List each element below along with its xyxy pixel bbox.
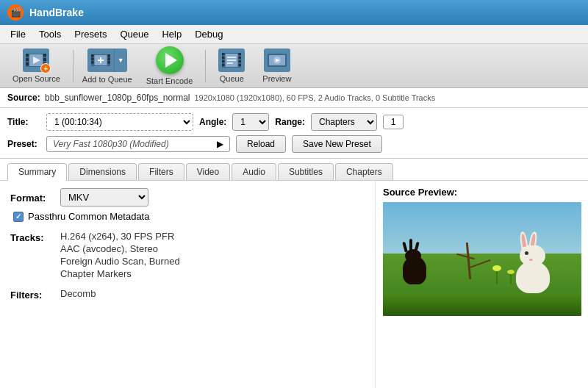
menu-help[interactable]: Help [156, 27, 187, 41]
title-select[interactable]: 1 (00:10:34) [46, 113, 193, 131]
filters-value: Decomb [60, 288, 96, 299]
tab-filters[interactable]: Filters [138, 163, 184, 180]
add-queue-dropdown-arrow[interactable]: ▼ [114, 48, 127, 72]
preset-arrow-icon: ▶ [217, 139, 223, 149]
track-item-2: Foreign Audio Scan, Burned [60, 256, 180, 267]
svg-rect-25 [239, 57, 242, 59]
chapter-start-input[interactable] [383, 115, 404, 129]
source-preview-image [383, 202, 581, 316]
tabs-section: Summary Dimensions Filters Video Audio S… [0, 159, 588, 181]
ground [383, 293, 581, 316]
svg-rect-24 [239, 53, 242, 55]
toolbar: + Open Source ▼ [0, 44, 588, 88]
angle-label: Angle: [199, 117, 226, 127]
start-encode-label: Start Encode [146, 76, 193, 85]
menu-bar: File Tools Presets Queue Help Debug [0, 25, 588, 44]
toolbar-divider-1 [73, 50, 74, 82]
svg-rect-4 [43, 54, 46, 57]
play-arrow-icon [165, 53, 177, 68]
queue-button[interactable]: Queue [212, 45, 251, 87]
bunny [510, 234, 562, 293]
range-select[interactable]: Chapters [311, 113, 377, 131]
svg-rect-1 [26, 54, 29, 57]
preset-label: Preset: [7, 139, 40, 149]
passthru-checkbox[interactable]: ✓ [13, 212, 24, 222]
svg-rect-12 [91, 61, 94, 64]
svg-rect-27 [239, 64, 242, 66]
tab-dimensions[interactable]: Dimensions [68, 163, 137, 180]
preview-icon [264, 48, 290, 72]
open-source-icon: + [23, 48, 49, 72]
tracks-label: Tracks: [10, 231, 54, 243]
start-encode-button[interactable]: Start Encode [140, 43, 200, 89]
format-select[interactable]: MKV [60, 188, 148, 206]
queue-label: Queue [220, 74, 244, 83]
source-preview-title: Source Preview: [383, 187, 581, 198]
branches [453, 235, 497, 279]
right-panel: Source Preview: [375, 181, 588, 388]
track-item-1: AAC (avcodec), Stereo [60, 243, 180, 254]
svg-rect-13 [107, 54, 110, 57]
svg-rect-26 [239, 60, 242, 62]
filters-label: Filters: [10, 288, 54, 301]
svg-rect-15 [107, 61, 110, 64]
angle-select[interactable]: 1 [232, 113, 269, 131]
left-panel: Format: MKV ✓ Passthru Common Metadata T… [0, 181, 375, 388]
svg-rect-3 [26, 62, 29, 65]
reload-button[interactable]: Reload [236, 135, 286, 153]
toolbar-divider-2 [205, 50, 206, 82]
add-to-queue-button[interactable]: ▼ Add to Queue [79, 46, 135, 85]
source-label: Source: [7, 93, 40, 103]
svg-rect-10 [91, 54, 94, 57]
menu-queue[interactable]: Queue [114, 27, 154, 41]
svg-rect-14 [107, 58, 110, 61]
plants [492, 265, 514, 284]
save-new-preset-button[interactable]: Save New Preset [292, 135, 382, 153]
source-meta: 1920x1080 (1920x1080), 60 FPS, 2 Audio T… [194, 93, 435, 102]
checkmark-icon: ✓ [15, 212, 21, 220]
svg-rect-22 [222, 60, 225, 62]
svg-rect-2 [26, 58, 29, 61]
range-label: Range: [275, 117, 305, 127]
add-queue-icon [87, 48, 114, 72]
menu-tools[interactable]: Tools [33, 27, 67, 41]
menu-presets[interactable]: Presets [68, 27, 112, 41]
add-to-queue-label: Add to Queue [82, 75, 132, 84]
preview-label: Preview [262, 74, 291, 83]
title-bar: 🎬 HandBrake [0, 0, 588, 25]
app-title: HandBrake [29, 7, 84, 18]
svg-rect-21 [222, 57, 225, 59]
source-section: Source: bbb_sunflower_1080p_60fps_normal… [0, 88, 588, 108]
preset-button[interactable]: Very Fast 1080p30 (Modified) ▶ [46, 136, 230, 152]
svg-rect-11 [91, 58, 94, 61]
menu-debug[interactable]: Debug [189, 27, 229, 41]
start-icon [156, 46, 184, 74]
dark-creature [399, 244, 432, 284]
format-label: Format: [10, 191, 54, 204]
preview-scene [383, 202, 581, 316]
svg-rect-20 [222, 53, 225, 55]
preview-button[interactable]: Preview [256, 45, 298, 87]
open-source-button[interactable]: + Open Source [6, 45, 67, 87]
controls-section: Title: 1 (00:10:34) Angle: 1 Range: Chap… [0, 108, 588, 159]
tab-chapters[interactable]: Chapters [335, 163, 393, 180]
svg-rect-23 [222, 64, 225, 66]
source-filename: bbb_sunflower_1080p_60fps_normal [45, 93, 190, 103]
track-item-3: Chapter Markers [60, 268, 180, 279]
preset-value: Very Fast 1080p30 (Modified) [53, 139, 169, 149]
svg-rect-5 [43, 58, 46, 61]
tab-video[interactable]: Video [186, 163, 230, 180]
queue-icon [218, 48, 245, 72]
title-label: Title: [7, 117, 40, 127]
tab-summary[interactable]: Summary [7, 163, 67, 181]
tabs-bar: Summary Dimensions Filters Video Audio S… [7, 163, 581, 180]
app-logo: 🎬 [7, 4, 24, 21]
passthru-label: Passthru Common Metadata [28, 211, 149, 222]
menu-file[interactable]: File [4, 27, 32, 41]
tracks-values: H.264 (x264), 30 FPS PFR AAC (avcodec), … [60, 231, 180, 279]
tab-subtitles[interactable]: Subtitles [278, 163, 334, 180]
open-source-label: Open Source [12, 74, 60, 83]
tab-audio[interactable]: Audio [232, 163, 276, 180]
main-content: Format: MKV ✓ Passthru Common Metadata T… [0, 181, 588, 388]
track-item-0: H.264 (x264), 30 FPS PFR [60, 231, 180, 242]
